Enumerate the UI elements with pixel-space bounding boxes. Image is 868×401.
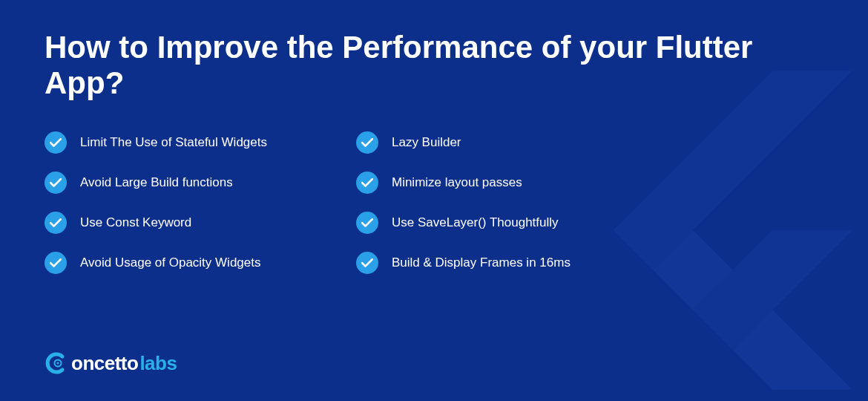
item-label: Minimize layout passes [392,175,522,190]
list-item: Limit The Use of Stateful Widgets [45,131,267,154]
list-item: Avoid Large Build functions [45,172,267,194]
check-icon [45,131,67,154]
svg-point-1 [57,362,59,365]
check-icon [356,212,378,234]
list-item: Lazy Builder [356,131,571,154]
list-item: Minimize layout passes [356,172,571,194]
left-column: Limit The Use of Stateful Widgets Avoid … [45,131,267,274]
item-label: Avoid Large Build functions [80,175,233,190]
check-icon [45,172,67,194]
item-label: Limit The Use of Stateful Widgets [80,135,267,150]
list-item: Build & Display Frames in 16ms [356,252,571,274]
item-label: Build & Display Frames in 16ms [392,255,571,270]
brand-logo: oncetto labs [45,351,177,376]
check-icon [45,212,67,234]
list-item: Avoid Usage of Opacity Widgets [45,252,267,274]
item-label: Avoid Usage of Opacity Widgets [80,255,260,270]
item-label: Use Const Keyword [80,215,191,230]
brand-text-oncetto: oncetto [71,352,138,375]
main-container: How to Improve the Performance of your F… [0,0,868,401]
check-icon [356,252,378,274]
list-item: Use SaveLayer() Thoughtfully [356,212,571,234]
page-title: How to Improve the Performance of your F… [45,30,823,102]
check-icon [45,252,67,274]
item-label: Use SaveLayer() Thoughtfully [392,215,559,230]
brand-text-labs: labs [139,352,177,375]
item-label: Lazy Builder [392,135,461,150]
brand-c-icon [45,351,70,376]
check-icon [356,131,378,154]
tips-columns: Limit The Use of Stateful Widgets Avoid … [45,131,823,274]
right-column: Lazy Builder Minimize layout passes Use … [356,131,571,274]
check-icon [356,172,378,194]
list-item: Use Const Keyword [45,212,267,234]
